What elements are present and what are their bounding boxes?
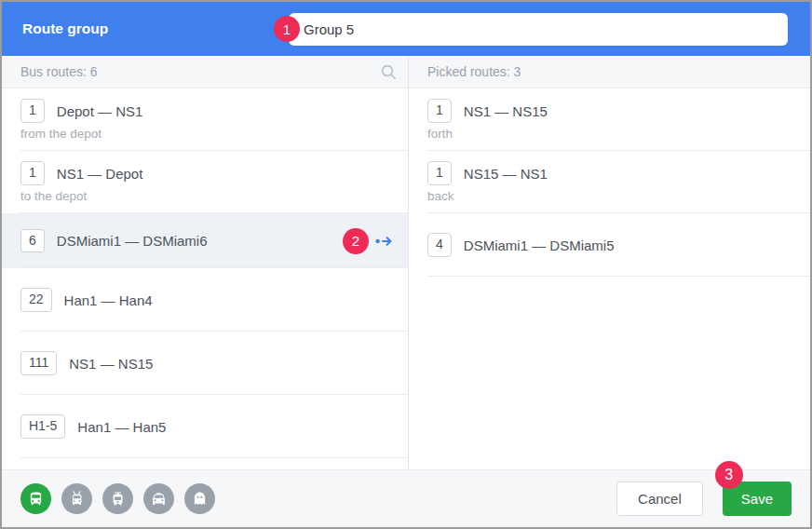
route-subtitle: forth xyxy=(427,127,797,141)
bus-routes-count-label: Bus routes: 6 xyxy=(20,64,380,79)
step-2-badge: 2 xyxy=(343,228,369,254)
dialog-title: Route group xyxy=(22,20,289,37)
route-number-badge: 22 xyxy=(20,288,52,312)
taxi-icon xyxy=(151,491,167,507)
route-title: NS1 — NS15 xyxy=(464,103,548,119)
route-row[interactable]: 1 NS1 — Depot to the depot xyxy=(2,151,408,213)
bus-routes-header: Bus routes: 6 xyxy=(2,56,409,88)
picked-routes-count-label: Picked routes: 3 xyxy=(427,64,521,79)
bus-icon xyxy=(28,491,44,507)
transport-bus-button[interactable] xyxy=(20,483,51,514)
route-title: DSMiami1 — DSMiami6 xyxy=(57,233,208,249)
dialog-header: Route group 1 xyxy=(2,2,810,56)
group-name-input-wrap: 1 xyxy=(289,13,788,46)
search-icon[interactable] xyxy=(380,63,397,80)
route-row[interactable]: 111 NS1 — NS15 xyxy=(2,332,408,395)
group-name-input[interactable] xyxy=(289,13,788,46)
route-number-badge: 1 xyxy=(427,99,452,123)
route-row[interactable]: 22 Han1 — Han4 xyxy=(2,268,408,332)
routes-area: 1 Depot — NS1 from the depot 1 NS1 — Dep… xyxy=(2,88,810,469)
columns-header: Bus routes: 6 Picked routes: 3 xyxy=(2,56,810,88)
route-title: Han1 — Han5 xyxy=(77,419,166,435)
route-number-badge: 111 xyxy=(20,351,57,375)
picked-routes-header: Picked routes: 3 xyxy=(409,56,810,88)
route-title: DSMiami1 — DSMiami5 xyxy=(464,237,615,253)
transport-trolleybus-button[interactable] xyxy=(61,483,92,514)
route-row[interactable]: 6 DSMiami1 — DSMiami6 2 xyxy=(2,213,408,268)
transport-filter-group xyxy=(20,483,215,514)
route-number-badge: 4 xyxy=(427,233,452,257)
route-title: Han1 — Han4 xyxy=(64,292,153,308)
transport-tram-button[interactable] xyxy=(102,483,133,514)
tram-icon xyxy=(110,491,126,507)
transport-taxi-button[interactable] xyxy=(143,483,174,514)
route-subtitle: to the depot xyxy=(20,189,395,203)
route-row[interactable]: 1 NS1 — NS15 forth xyxy=(409,88,810,151)
trolleybus-icon xyxy=(69,491,85,507)
route-number-badge: 1 xyxy=(20,161,45,185)
cancel-button[interactable]: Cancel xyxy=(616,482,703,516)
route-title: NS1 — Depot xyxy=(57,166,143,182)
route-number-badge: 1 xyxy=(20,99,45,123)
route-number-badge: H1-5 xyxy=(20,414,65,439)
route-row[interactable]: 1 NS15 — NS1 back xyxy=(409,151,810,213)
route-row[interactable]: 4 DSMiami1 — DSMiami5 xyxy=(409,213,810,277)
dot-arrow-icon[interactable] xyxy=(375,235,395,248)
route-number-badge: 1 xyxy=(427,161,452,185)
save-button-wrap: 3 Save xyxy=(723,482,792,516)
route-row[interactable]: 1 Depot — NS1 from the depot xyxy=(2,88,408,151)
ghost-icon xyxy=(192,491,208,507)
route-row[interactable]: H1-5 Han1 — Han5 xyxy=(2,395,408,458)
bus-routes-list: 1 Depot — NS1 from the depot 1 NS1 — Dep… xyxy=(2,88,409,469)
route-group-dialog: Route group 1 Bus routes: 6 Picked route… xyxy=(0,0,812,529)
route-title: NS1 — NS15 xyxy=(69,356,153,372)
picked-routes-list: 1 NS1 — NS15 forth 1 NS15 — NS1 back 4 D… xyxy=(409,88,810,469)
route-title: Depot — NS1 xyxy=(57,103,143,119)
transport-ghost-button[interactable] xyxy=(184,483,215,514)
route-number-badge: 6 xyxy=(20,229,45,253)
step-1-badge: 1 xyxy=(274,16,300,42)
route-subtitle: from the depot xyxy=(20,127,395,141)
route-title: NS15 — NS1 xyxy=(464,166,548,182)
dialog-footer: Cancel 3 Save xyxy=(2,469,810,527)
step-3-badge: 3 xyxy=(715,461,743,489)
route-subtitle: back xyxy=(427,189,797,203)
